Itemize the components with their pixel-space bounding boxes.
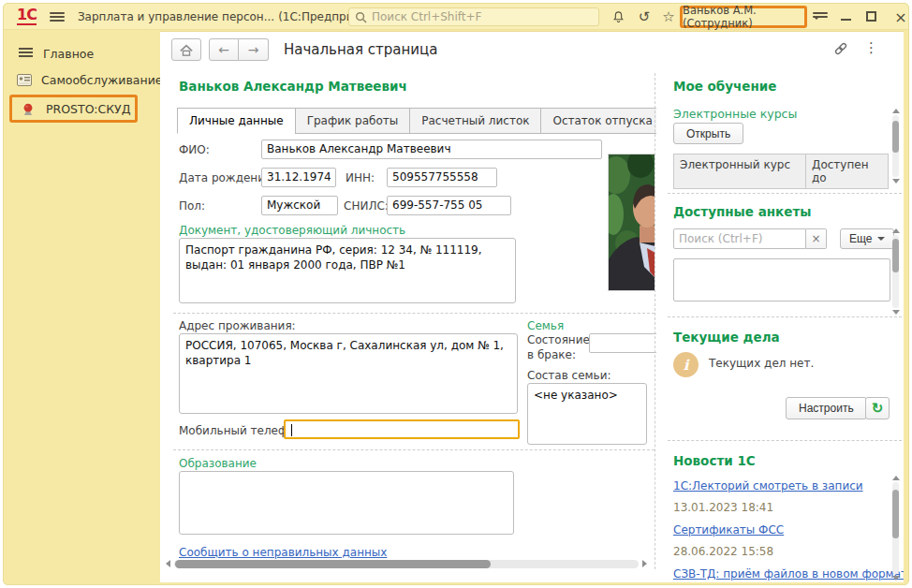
home-button[interactable] <box>171 38 201 61</box>
surveys-scrollbar[interactable] <box>891 228 900 315</box>
news-header: Новости 1С <box>673 453 756 468</box>
sidebar-item-prosto-skud[interactable]: PROSTO:СКУД <box>9 95 138 123</box>
report-wrong-data-link[interactable]: Сообщить о неправильных данных <box>179 546 387 559</box>
maximize-button[interactable] <box>866 11 876 22</box>
employee-name: Ваньков Александр Матвеевич <box>179 79 407 94</box>
get-link-icon[interactable] <box>832 40 849 60</box>
family-members-textarea[interactable]: <не указано> <box>527 383 647 445</box>
skud-device-icon <box>20 102 37 116</box>
separator <box>173 449 655 450</box>
info-icon: i <box>673 352 699 377</box>
app-window: 1С Зарплата и управление персон... (1С:П… <box>3 3 909 585</box>
todo-empty-text: Текущих дел нет. <box>709 357 814 370</box>
right-panel: Мое обучение Электронные курсы Открыть Э… <box>660 67 904 582</box>
service-menu-icon[interactable] <box>813 10 828 33</box>
content-area: ← → Начальная страница ⋮ Ваньков Алексан… <box>160 31 904 582</box>
surveys-search-input[interactable]: Поиск (Ctrl+F) <box>673 228 806 249</box>
text-caret <box>291 424 292 436</box>
back-arrow-icon: ← <box>218 42 229 57</box>
more-menu-icon[interactable]: ⋮ <box>864 39 878 56</box>
global-search-input[interactable]: Поиск Ctrl+Shift+F <box>348 7 599 26</box>
separator <box>668 316 902 317</box>
identity-document-header: Документ, удостоверяющий личность <box>179 224 405 237</box>
open-course-button[interactable]: Открыть <box>673 123 743 144</box>
mobile-phone-input[interactable] <box>284 419 520 439</box>
separator <box>173 313 655 314</box>
fio-input[interactable]: Ваньков Александр Матвеевич <box>261 140 602 159</box>
family-members-label: Состав семьи: <box>527 369 611 382</box>
page-title: Начальная страница <box>284 41 437 58</box>
sidebar-item-main[interactable]: Главное <box>4 40 160 66</box>
surveys-header: Доступные анкеты <box>673 204 811 219</box>
chevron-down-icon <box>877 237 885 241</box>
scroll-right-arrow[interactable] <box>642 560 647 567</box>
snils-input[interactable]: 699-557-755 05 <box>387 196 511 215</box>
content-toolbar: ← → Начальная страница ⋮ <box>160 32 904 67</box>
birth-date-input[interactable]: 31.12.1974 <box>261 168 336 187</box>
notifications-bell-icon[interactable] <box>607 4 629 30</box>
tab-work-schedule[interactable]: График работы <box>295 108 411 134</box>
1c-logo: 1С <box>17 7 37 25</box>
current-user-badge[interactable]: Ваньков А.М. (Сотрудник) <box>680 6 807 28</box>
separator <box>668 193 902 194</box>
news-item-link[interactable]: Сертификаты ФСС <box>673 523 784 537</box>
app-title: Зарплата и управление персон... <box>78 10 274 23</box>
panel-separator <box>655 73 655 569</box>
search-placeholder: Поиск Ctrl+Shift+F <box>372 10 481 23</box>
id-card-icon <box>17 74 32 86</box>
column-available-until[interactable]: Доступен до <box>806 154 889 189</box>
sections-list-icon <box>17 48 34 59</box>
minimize-button[interactable] <box>841 11 851 21</box>
sidebar-item-selfservice[interactable]: Самообслуживание <box>4 66 160 93</box>
column-course[interactable]: Электронный курс <box>673 154 806 189</box>
fio-label: ФИО: <box>179 143 210 156</box>
inn-input[interactable]: 509557755558 <box>387 168 497 187</box>
back-button[interactable]: ← <box>209 38 239 61</box>
forward-arrow-icon: → <box>248 42 259 57</box>
tab-personal-data[interactable]: Личные данные <box>177 108 296 134</box>
courses-table-header: Электронный курс Доступен до <box>673 154 889 189</box>
forward-button[interactable]: → <box>239 38 269 61</box>
main-menu-icon[interactable] <box>50 10 65 23</box>
sidebar-item-label: Самообслуживание <box>41 73 162 87</box>
snils-label: СНИЛС: <box>344 199 389 213</box>
gender-label: Пол: <box>179 199 205 213</box>
gender-input[interactable]: Мужской <box>261 196 338 215</box>
title-bar: 1С Зарплата и управление персон... (1С:П… <box>4 4 908 30</box>
e-courses-subheader: Электронные курсы <box>673 107 797 121</box>
clear-search-icon[interactable]: × <box>806 228 827 249</box>
courses-scrollbar[interactable] <box>891 109 900 184</box>
inn-label: ИНН: <box>346 171 375 184</box>
news-item-link[interactable]: 1С:Лекторий смотреть в записи <box>673 479 863 492</box>
scroll-left-arrow[interactable] <box>166 560 170 567</box>
tab-payslip[interactable]: Расчетный листок <box>409 108 541 134</box>
favorites-star-icon[interactable]: ☆ <box>657 4 680 30</box>
news-scrollbar[interactable] <box>891 476 900 581</box>
tab-bar: Личные данные График работы Расчетный ли… <box>177 108 656 134</box>
sidebar-item-label: Главное <box>43 47 94 61</box>
address-textarea[interactable]: РОССИЯ, 107065, Москва г, Сахалинская ул… <box>179 333 518 414</box>
education-header: Образование <box>179 457 257 470</box>
refresh-button[interactable]: ↻ <box>865 397 890 419</box>
scrollbar-thumb[interactable] <box>175 560 491 568</box>
configure-button[interactable]: Настроить <box>786 397 867 419</box>
surveys-list[interactable] <box>673 258 890 301</box>
education-textarea[interactable] <box>179 471 514 535</box>
marital-status-label: Состояние в браке: <box>527 333 585 362</box>
history-icon[interactable]: ↺ <box>633 4 655 30</box>
tab-vacation-balance[interactable]: Остаток отпуска <box>540 108 656 134</box>
close-button[interactable]: × <box>890 4 912 30</box>
search-icon <box>355 11 367 23</box>
identity-document-textarea[interactable]: Паспорт гражданина РФ, серия: 12 34, № 1… <box>179 238 516 303</box>
more-button[interactable]: Еще <box>840 228 894 249</box>
news-item-date: 13.01.2023 18:41 <box>673 501 773 514</box>
address-label: Адрес проживания: <box>179 319 296 332</box>
horizontal-scrollbar[interactable] <box>166 558 647 569</box>
sidebar-item-label: PROSTO:СКУД <box>46 102 130 116</box>
news-item-date: 28.06.2022 15:58 <box>673 545 773 558</box>
training-header: Мое обучение <box>673 79 776 94</box>
more-button-label: Еще <box>849 232 872 245</box>
marital-status-input[interactable] <box>589 333 656 353</box>
news-item-link[interactable]: СЗВ-ТД: приём файлов в новом формате <box>673 567 904 581</box>
home-icon <box>180 44 193 56</box>
